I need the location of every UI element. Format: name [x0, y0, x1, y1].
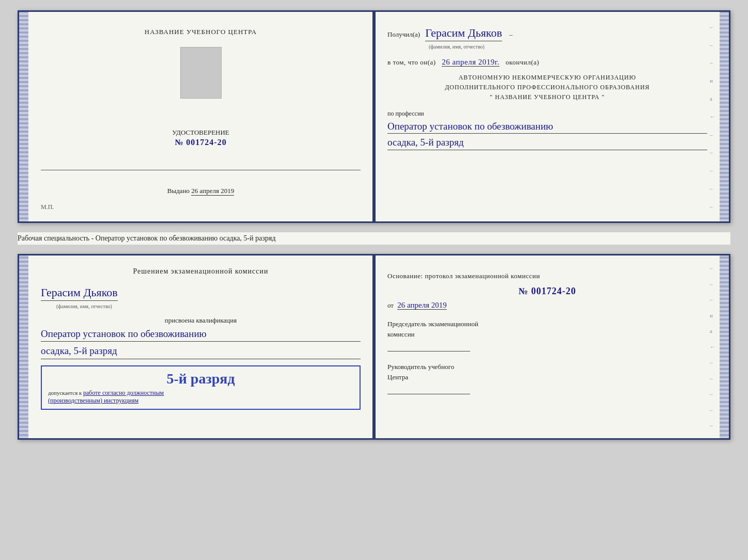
- recipient-name: Герасим Дьяков: [425, 26, 502, 41]
- exam-recipient-name: Герасим Дьяков: [41, 286, 118, 301]
- decision-title: Решением экзаменационной комиссии: [41, 266, 361, 277]
- stamp-label: М.П.: [41, 203, 54, 211]
- in-that-prefix: в том, что он(а): [387, 58, 436, 66]
- director-signature-line: [387, 383, 470, 394]
- profession-line2: осадка, 5-й разряд: [387, 136, 707, 150]
- profession-line1: Оператор установок по обезвоживанию: [387, 120, 707, 134]
- profession-label: по профессии: [387, 110, 707, 118]
- issued-date: 26 апреля 2019: [191, 187, 234, 196]
- specialty-label: Рабочая специальность - Оператор установ…: [18, 232, 730, 245]
- qualification-line1: Оператор установок по обезвоживанию: [41, 327, 361, 342]
- issued-label: Выдано: [167, 187, 190, 195]
- exam-name-sublabel: (фамилия, имя, отчество): [56, 303, 112, 309]
- photo-area: [180, 47, 222, 99]
- qualification-line2: осадка, 5-й разряд: [41, 344, 361, 359]
- cert-number: № 001724-20: [172, 138, 229, 147]
- assigned-label: присвоена квалификация: [41, 316, 361, 325]
- rank-allowed: допускается к работе согласно должностны…: [48, 389, 353, 405]
- chairman-block: Председатель экзаменационной комиссии: [387, 319, 707, 351]
- protocol-date: 26 апреля 2019: [397, 301, 447, 310]
- completion-label: окончил(а): [506, 58, 539, 66]
- completion-date: 26 апреля 2019г.: [442, 58, 500, 67]
- rank-big-text: 5-й разряд: [48, 371, 353, 387]
- chairman-signature-line: [387, 340, 470, 351]
- cert-label: УДОСТОВЕРЕНИЕ: [172, 127, 229, 138]
- center-name-left: НАЗВАНИЕ УЧЕБНОГО ЦЕНТРА: [145, 27, 257, 37]
- rank-box: 5-й разряд допускается к работе согласно…: [41, 365, 361, 410]
- date-prefix: от: [387, 301, 394, 309]
- received-prefix: Получил(а): [387, 30, 420, 38]
- org-description: АВТОНОМНУЮ НЕКОММЕРЧЕСКУЮ ОРГАНИЗАЦИЮ ДО…: [387, 73, 707, 103]
- basis-label: Основание: протокол экзаменационной коми…: [387, 271, 707, 281]
- name-sublabel: (фамилия, имя, отчество): [429, 44, 485, 50]
- protocol-number: № 001724-20: [387, 286, 707, 297]
- director-block: Руководитель учебного Центра: [387, 362, 707, 394]
